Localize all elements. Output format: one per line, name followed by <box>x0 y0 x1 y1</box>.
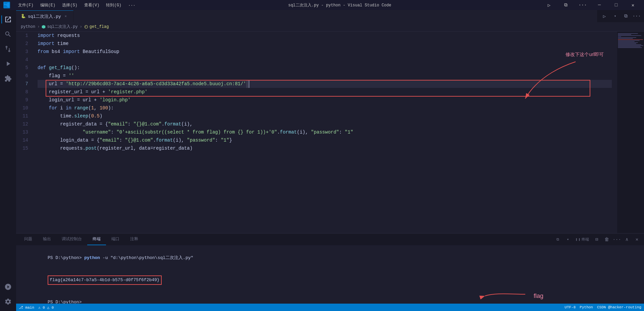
svg-rect-3 <box>576 238 577 241</box>
tab-close-button[interactable]: × <box>63 14 68 19</box>
panel-tabs-left: 问题 输出 调试控制台 终端 端口 注释 <box>19 234 144 245</box>
panel-tab-ports[interactable]: 端口 <box>106 234 125 245</box>
code-line-9: login_url = url + 'login.php' <box>38 96 612 104</box>
terminal-flag-line: flag{a26a14c7-b7a5-4b1d-b575-d0f75f6f2b4… <box>21 269 639 292</box>
minimize-button[interactable]: ─ <box>592 0 607 10</box>
panel: 问题 输出 调试控制台 终端 端口 注释 ⧉ ▾ 终端 ⊟ 🗑 ·· <box>16 233 644 304</box>
activity-search-icon[interactable] <box>1 28 15 41</box>
titlebar-left: 文件(F) 编辑(E) 选择(S) 查看(V) 转到(G) ... <box>3 2 138 9</box>
editor-top: 🐍 sql二次注入.py × ▷ ▾ ⧉ ··· <box>16 10 644 22</box>
panel-toolbar: ⧉ ▾ 终端 ⊟ 🗑 ··· ∧ ✕ <box>553 235 641 244</box>
activity-explorer-icon[interactable] <box>1 13 15 26</box>
terminal-prompt-1: PS D:\python> <box>48 255 84 260</box>
tab-file-icon: 🐍 <box>21 14 26 19</box>
code-area: 1 2 3 4 5 6 7 8 9 10 11 12 13 14 15 i <box>16 32 644 233</box>
panel-content[interactable]: PS D:\python> python -u "d:\python\pytho… <box>16 245 644 304</box>
panel-tab-comments[interactable]: 注释 <box>125 234 144 245</box>
panel-tab-output[interactable]: 输出 <box>38 234 56 245</box>
code-line-7: url = 'http://29b6cd03-7ac4-4c26-a6a5-cd… <box>38 80 612 88</box>
panel-tab-debug[interactable]: 调试控制台 <box>56 234 87 245</box>
activity-remote-icon[interactable] <box>1 280 15 294</box>
code-line-3: from bs4 import BeautifulSoup <box>38 48 612 56</box>
more-actions-button[interactable]: ··· <box>575 0 590 10</box>
more-editor-button[interactable]: ··· <box>632 11 641 21</box>
app-body: 🐍 sql二次注入.py × ▷ ▾ ⧉ ··· python › sql二次注… <box>0 10 644 311</box>
panel-more2-button[interactable]: ··· <box>612 235 621 244</box>
menu-file[interactable]: 文件(F) <box>15 2 36 9</box>
panel-layout-button[interactable]: ⊟ <box>592 235 601 244</box>
run-button[interactable]: ▷ <box>541 0 557 10</box>
code-line-14: login_data = {"email": "{}@1.com".format… <box>38 136 612 144</box>
tabs-bar: 🐍 sql二次注入.py × <box>16 10 73 22</box>
code-content[interactable]: import requests import time from bs4 imp… <box>35 32 617 233</box>
activity-run-debug-icon[interactable] <box>1 57 15 70</box>
status-attribution: CSDN @hacker-routing <box>597 305 641 309</box>
breadcrumb-function[interactable]: f get_flag <box>84 24 109 29</box>
status-bar: ⎇ main ⚠ 0 △ 0 UTF-8 Python CSDN @hacker… <box>16 304 644 311</box>
line-numbers: 1 2 3 4 5 6 7 8 9 10 11 12 13 14 15 <box>16 32 35 233</box>
menu-bar: 文件(F) 编辑(E) 选择(S) 查看(V) 转到(G) ... <box>15 2 138 9</box>
terminal-args: -u "d:\python\python\sql二次注入.py" <box>100 255 193 260</box>
panel-close-button[interactable]: ✕ <box>633 235 641 244</box>
status-language: Python <box>580 305 593 309</box>
terminal-prompt-2: PS D:\python> <box>48 300 84 304</box>
close-button[interactable]: ✕ <box>625 0 641 10</box>
editor-area: 🐍 sql二次注入.py × ▷ ▾ ⧉ ··· python › sql二次注… <box>16 10 644 311</box>
code-line-15: requests.post(register_url, data=registe… <box>38 144 612 152</box>
code-line-10: for i in range(1, 100): <box>38 104 612 112</box>
breadcrumb-file[interactable]: sql二次注入.py <box>42 24 77 30</box>
code-line-5: def get_flag(): <box>38 64 612 72</box>
code-line-11: time.sleep(0.5) <box>38 112 612 120</box>
run-file-button[interactable]: ▷ <box>600 11 609 21</box>
menu-select[interactable]: 选择(S) <box>59 2 80 9</box>
panel-up-button[interactable]: ∧ <box>623 235 631 244</box>
activity-settings-icon[interactable] <box>1 295 15 308</box>
status-bar-left: ⎇ main ⚠ 0 △ 0 <box>19 305 54 310</box>
window-controls: ▷ ⧉ ··· ─ □ ✕ <box>541 0 641 10</box>
panel-tab-terminal[interactable]: 终端 <box>87 234 106 245</box>
minimap[interactable] <box>617 32 644 233</box>
panel-split-button[interactable]: ⧉ <box>553 235 562 244</box>
terminal-flag-output: flag{a26a14c7-b7a5-4b1d-b575-d0f75f6f2b4… <box>48 275 162 285</box>
vscode-logo <box>3 2 10 8</box>
code-line-8: register_url = url + 'register.php' <box>38 88 612 96</box>
titlebar: 文件(F) 编辑(E) 选择(S) 查看(V) 转到(G) ... sql二次注… <box>0 0 644 10</box>
breadcrumb: python › sql二次注入.py › f get_flag <box>16 22 644 32</box>
menu-edit[interactable]: 编辑(E) <box>38 2 58 9</box>
code-line-13: "username": "0'+ascii(substr((select * f… <box>38 128 612 136</box>
terminal-line-3: PS D:\python> <box>21 292 639 304</box>
panel-more-button[interactable]: ▾ <box>564 235 572 244</box>
editor-toolbar-right: ▷ ▾ ⧉ ··· <box>597 10 644 22</box>
window-title: sql二次注入.py - python - Visual Studio Code <box>138 2 541 8</box>
tab-label: sql二次注入.py <box>28 13 61 19</box>
panel-tab-problems[interactable]: 问题 <box>19 234 38 245</box>
status-errors: ⚠ 0 △ 0 <box>38 305 54 310</box>
split-right-button[interactable]: ⧉ <box>621 11 631 21</box>
svg-text:f: f <box>85 26 87 28</box>
activity-extensions-icon[interactable] <box>1 72 15 85</box>
status-branch: ⎇ main <box>19 305 34 310</box>
activity-bar <box>0 10 16 311</box>
tab-sql-file[interactable]: 🐍 sql二次注入.py × <box>16 10 73 22</box>
code-line-4 <box>38 56 612 64</box>
status-encoding: UTF-8 <box>565 305 576 309</box>
status-bar-right: UTF-8 Python CSDN @hacker-routing <box>565 305 641 309</box>
code-line-2: import time <box>38 40 612 48</box>
terminal-line-1: PS D:\python> python -u "d:\python\pytho… <box>21 248 639 268</box>
code-line-6: flag = '' <box>38 72 612 80</box>
maximize-button[interactable]: □ <box>608 0 624 10</box>
svg-rect-4 <box>579 238 580 241</box>
menu-more[interactable]: ... <box>125 2 138 9</box>
terminal-command: python <box>84 255 100 260</box>
code-line-12: register_data = {"email": "{}@1.com".for… <box>38 120 612 128</box>
split-editor-button[interactable]: ⧉ <box>558 0 574 10</box>
panel-code-button[interactable]: 终端 <box>574 235 591 244</box>
code-line-1: import requests <box>38 32 612 40</box>
run-dropdown-button[interactable]: ▾ <box>610 11 620 21</box>
panel-delete-button[interactable]: 🗑 <box>602 235 611 244</box>
activity-source-control-icon[interactable] <box>1 42 15 56</box>
breadcrumb-python[interactable]: python <box>21 24 35 29</box>
menu-goto[interactable]: 转到(G) <box>103 2 124 9</box>
panel-tabs: 问题 输出 调试控制台 终端 端口 注释 ⧉ ▾ 终端 ⊟ 🗑 ·· <box>16 234 644 245</box>
menu-view[interactable]: 查看(V) <box>82 2 102 9</box>
